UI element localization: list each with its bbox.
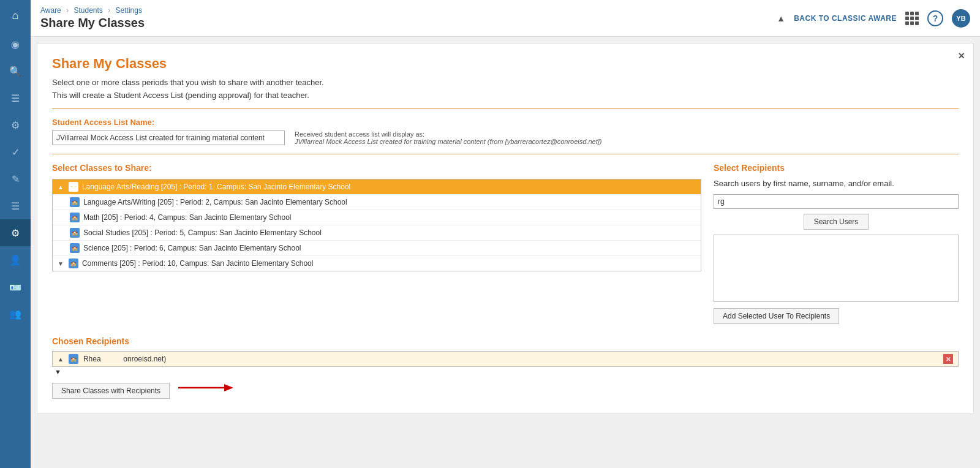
apps-grid-icon[interactable]: [905, 12, 919, 25]
add-recipients-button[interactable]: Add Selected User To Recipients: [714, 308, 839, 324]
breadcrumb-students[interactable]: Students: [74, 6, 102, 15]
class-item-label: Comments [205] : Period: 10, Campus: San…: [82, 259, 314, 268]
dialog-close-button[interactable]: ×: [958, 50, 965, 62]
recipient-email-blurred: [103, 355, 121, 363]
chosen-label: Chosen Recipients: [52, 336, 959, 346]
back-to-classic-button[interactable]: BACK TO CLASSIC AWARE: [794, 14, 897, 23]
sidebar-search-icon[interactable]: 🔍: [0, 58, 31, 85]
breadcrumb-sep2: ›: [108, 6, 110, 15]
sidebar-edit-icon[interactable]: ✎: [0, 165, 31, 192]
search-users-button[interactable]: Search Users: [804, 214, 869, 230]
search-input[interactable]: [714, 194, 959, 209]
main-area: Aware › Students › Settings Share My Cla…: [31, 0, 980, 468]
class-icon: 🏫: [70, 213, 80, 222]
breadcrumb-settings[interactable]: Settings: [116, 6, 142, 15]
divider1: [52, 108, 959, 109]
class-icon: 🏫: [69, 182, 78, 192]
classes-section-label: Select Classes to Share:: [52, 163, 701, 173]
svg-marker-1: [224, 384, 233, 391]
display-info-label: Received student access list will displa…: [295, 130, 601, 138]
help-icon[interactable]: ?: [927, 10, 943, 26]
sidebar-home-icon[interactable]: ⌂: [0, 0, 31, 31]
class-item-label: Language Arts/Writing [205] : Period: 2,…: [83, 198, 347, 206]
breadcrumb: Aware › Students › Settings: [40, 6, 145, 15]
toggle-icon[interactable]: ▼: [58, 260, 64, 267]
sidebar-check-icon[interactable]: ✓: [0, 138, 31, 165]
dialog-description1: Select one or more class periods that yo…: [52, 78, 959, 87]
sidebar-card-icon[interactable]: 🪪: [0, 273, 31, 300]
page-title: Share My Classes: [40, 16, 145, 30]
chosen-section: Chosen Recipients ▲ 🏫 Rhea onroeisd.net)…: [52, 336, 959, 399]
collapse-icon[interactable]: ▲: [777, 13, 785, 23]
class-item-label: Science [205] : Period: 6, Campus: San J…: [83, 244, 301, 252]
class-icon: 🏫: [70, 243, 80, 253]
recipient-name: Rhea onroeisd.net): [83, 355, 938, 363]
access-list-row: Received student access list will displa…: [52, 130, 959, 145]
class-list: ▲ 🏫 Language Arts/Reading [205] : Period…: [52, 179, 701, 271]
class-item-label: Math [205] : Period: 4, Campus: San Jaci…: [83, 213, 292, 222]
classes-column: Select Classes to Share: ▲ 🏫 Language Ar…: [52, 163, 701, 324]
class-icon: 🏫: [70, 228, 80, 238]
access-list-label: Student Access List Name:: [52, 118, 959, 127]
share-classes-button[interactable]: Share Classes with Recipients: [52, 383, 170, 399]
class-item[interactable]: 🏫 Math [205] : Period: 4, Campus: San Ja…: [53, 210, 701, 225]
topbar-left: Aware › Students › Settings Share My Cla…: [40, 6, 145, 30]
class-item-label: Language Arts/Reading [205] : Period: 1,…: [82, 183, 350, 191]
display-info-value: JVillarreal Mock Access List created for…: [295, 138, 601, 145]
search-results-list: [714, 235, 959, 302]
class-item[interactable]: 🏫 Science [205] : Period: 6, Campus: San…: [53, 241, 701, 256]
class-item[interactable]: 🏫 Social Studies [205] : Period: 5, Camp…: [53, 225, 701, 241]
recipient-icon: 🏫: [69, 354, 78, 364]
sidebar-settings2-icon[interactable]: ⚙: [0, 219, 31, 246]
sidebar-group-icon[interactable]: 👥: [0, 300, 31, 327]
content-area: × Share My Classes Select one or more cl…: [31, 37, 980, 468]
toggle-icon[interactable]: ▲: [58, 184, 64, 191]
share-button-row: Share Classes with Recipients: [52, 378, 959, 399]
arrow-indicator: [178, 382, 233, 396]
dialog: × Share My Classes Select one or more cl…: [37, 43, 974, 414]
breadcrumb-sep1: ›: [66, 6, 69, 15]
topbar-right: ▲ BACK TO CLASSIC AWARE ? YB: [777, 9, 970, 28]
class-item[interactable]: ▼ 🏫 Comments [205] : Period: 10, Campus:…: [53, 256, 701, 271]
breadcrumb-aware[interactable]: Aware: [40, 6, 61, 15]
class-icon: 🏫: [69, 259, 78, 268]
recipients-column: Select Recipients Search users by first …: [714, 163, 959, 324]
sidebar-book-icon[interactable]: ☰: [0, 192, 31, 219]
recipient-toggle[interactable]: ▲: [58, 356, 64, 363]
topbar: Aware › Students › Settings Share My Cla…: [31, 0, 980, 37]
two-col-layout: Select Classes to Share: ▲ 🏫 Language Ar…: [52, 163, 959, 324]
recipient-expand[interactable]: ▼: [52, 368, 959, 376]
access-list-input[interactable]: [52, 130, 285, 145]
sidebar-person-icon[interactable]: 👤: [0, 246, 31, 273]
sidebar-settings-icon[interactable]: ⚙: [0, 111, 31, 138]
sidebar: ⌂ ◉ 🔍 ☰ ⚙ ✓ ✎ ☰ ⚙ 👤 🪪 👥: [0, 0, 31, 468]
class-item-label: Social Studies [205] : Period: 5, Campus…: [83, 228, 322, 237]
recipients-section-label: Select Recipients: [714, 163, 959, 173]
class-icon: 🏫: [70, 197, 80, 207]
search-instructions: Search users by first name, surname, and…: [714, 179, 959, 188]
class-item[interactable]: ▲ 🏫 Language Arts/Reading [205] : Period…: [53, 179, 701, 195]
sidebar-document-icon[interactable]: ☰: [0, 85, 31, 111]
user-avatar[interactable]: YB: [952, 9, 970, 28]
recipient-remove-button[interactable]: ✕: [943, 354, 953, 364]
divider2: [52, 154, 959, 154]
recipient-row: ▲ 🏫 Rhea onroeisd.net) ✕: [52, 351, 959, 367]
sidebar-camera-icon[interactable]: ◉: [0, 31, 31, 58]
class-item[interactable]: 🏫 Language Arts/Writing [205] : Period: …: [53, 195, 701, 210]
dialog-title: Share My Classes: [52, 56, 959, 72]
display-info: Received student access list will displa…: [295, 130, 601, 145]
dialog-description2: This will create a Student Access List (…: [52, 91, 959, 100]
